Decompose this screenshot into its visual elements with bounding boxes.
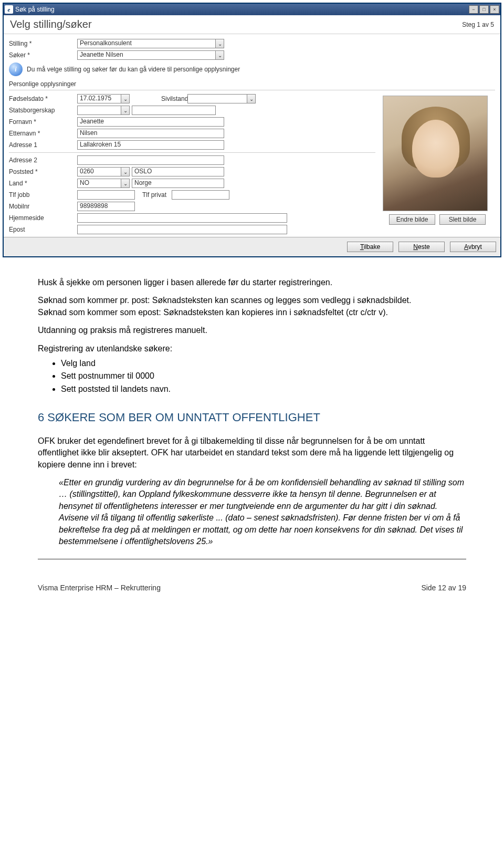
dialog-buttons: Tilbake Neste Avbryt [4,237,500,256]
tlfprivat-input[interactable] [172,190,229,200]
step-title: Velg stilling/søker [10,18,462,30]
statsborgerskap-name-input[interactable] [132,106,216,115]
info-icon: i [9,63,23,76]
fodselsdato-label: Fødselsdato * [9,95,77,102]
land-code-select[interactable]: NO ⌄ [77,179,130,188]
sivilstand-select[interactable]: ⌄ [187,94,256,103]
tlfprivat-label: Tlf privat [135,191,172,199]
document-body: Husk å sjekke om personen ligger i basen… [0,260,504,559]
fodselsdato-input[interactable]: 17.02.1975 ⌄ [77,94,130,103]
epost-label: Epost [9,226,77,233]
hjemmeside-input[interactable] [77,213,287,223]
window-title: Søk på stilling [15,6,55,13]
stilling-select[interactable]: Personalkonsulent ⌄ [77,39,224,48]
chevron-down-icon[interactable]: ⌄ [247,95,255,103]
poststed-code-value: 0260 [80,168,94,175]
soker-label: Søker * [9,51,77,59]
chevron-down-icon[interactable]: ⌄ [121,179,129,188]
back-label: ilbake [364,243,380,251]
land-code-value: NO [80,179,89,186]
minimize-button[interactable]: − [469,5,478,14]
fodselsdato-value: 17.02.1975 [80,95,111,102]
chevron-down-icon[interactable]: ⌄ [215,39,224,48]
mobilnr-input[interactable]: 98989898 [77,202,135,211]
section-label: Personlige opplysninger [9,80,495,88]
tlfjobb-label: Tlf jobb [9,191,77,199]
soker-value: Jeanette Nilsen [80,51,123,58]
land-name-input[interactable]: Norge [132,179,224,188]
chevron-down-icon[interactable]: ⌄ [121,95,129,103]
paragraph-5: Registrering av utenlandske søkere: [38,343,466,355]
footer-right: Side 12 av 19 [421,584,466,592]
step-header: Velg stilling/søker Steg 1 av 5 [4,15,500,34]
paragraph-6: OFK bruker det egendefinert brevet for å… [38,435,466,471]
tlfjobb-input[interactable] [77,190,135,200]
next-label: este [418,243,430,251]
step-indicator: Steg 1 av 5 [462,21,494,28]
titlebar[interactable]: e Søk på stilling − □ × [4,4,500,15]
paragraph-3: Søknad som kommer som epost: Søknadsteks… [38,308,388,317]
adresse2-input[interactable] [77,155,224,165]
stilling-label: Stilling * [9,40,77,47]
sivilstand-label: Sivilstand [130,95,187,102]
cancel-button[interactable]: Avbryt [450,242,496,252]
delete-photo-button[interactable]: Slett bilde [439,214,486,225]
paragraph-4: Utdanning og praksis må registreres manu… [38,325,466,336]
quote-paragraph: «Etter en grundig vurdering av din begru… [59,477,466,547]
page-footer: Visma Enterprise HRM – Rekruttering Side… [0,580,504,598]
next-button[interactable]: Neste [398,242,445,252]
adresse1-label: Adresse 1 [9,141,77,149]
stilling-value: Personalkonsulent [80,39,132,47]
hjemmeside-label: Hjemmeside [9,214,77,222]
chevron-down-icon[interactable]: ⌄ [121,168,129,176]
etternavn-label: Etternavn * [9,130,77,137]
land-label: Land * [9,180,77,187]
info-text: Du må velge stilling og søker før du kan… [27,66,240,73]
adresse1-input[interactable]: Lallakroken 15 [77,140,224,150]
poststed-label: Poststed * [9,168,77,175]
poststed-code-select[interactable]: 0260 ⌄ [77,167,130,176]
soker-select[interactable]: Jeanette Nilsen ⌄ [77,50,224,60]
paragraph-2: Søknad som kommer pr. post: Søknadstekst… [38,296,411,305]
chevron-down-icon[interactable]: ⌄ [215,51,224,59]
form-body: Stilling * Personalkonsulent ⌄ Søker * J… [4,34,500,237]
window-controls: − □ × [469,5,499,14]
paragraph-1: Husk å sjekke om personen ligger i basen… [38,277,466,288]
statsborgerskap-select[interactable]: ⌄ [77,106,130,115]
cancel-label: vbryt [468,243,482,251]
section-heading: 6 SØKERE SOM BER OM UNNTATT OFFENTLIGHET [38,410,466,426]
list-item: Velg land [61,358,466,369]
close-button[interactable]: × [490,5,499,14]
footer-left: Visma Enterprise HRM – Rekruttering [38,584,421,592]
statsborgerskap-label: Statsborgerskap [9,107,77,114]
maximize-button[interactable]: □ [479,5,489,14]
bullet-list: Velg land Sett postnummer til 0000 Sett … [61,358,466,395]
footer-rule [38,559,466,559]
back-button[interactable]: Tilbake [347,242,393,252]
fornavn-input[interactable]: Jeanette [77,117,224,127]
fornavn-label: Fornavn * [9,118,77,126]
app-icon: e [5,5,13,14]
list-item: Sett postnummer til 0000 [61,370,466,382]
list-item: Sett poststed til landets navn. [61,383,466,395]
adresse2-label: Adresse 2 [9,157,77,164]
divider [9,152,375,153]
etternavn-input[interactable]: Nilsen [77,129,224,138]
divider [9,90,495,90]
poststed-name-input[interactable]: OSLO [132,167,224,176]
epost-input[interactable] [77,225,287,234]
applicant-photo [383,96,488,211]
edit-photo-button[interactable]: Endre bilde [389,214,435,225]
chevron-down-icon[interactable]: ⌄ [121,106,129,114]
dialog-window: e Søk på stilling − □ × Velg stilling/sø… [3,3,501,257]
mobilnr-label: Mobilnr [9,203,77,210]
info-row: i Du må velge stilling og søker før du k… [9,63,495,76]
